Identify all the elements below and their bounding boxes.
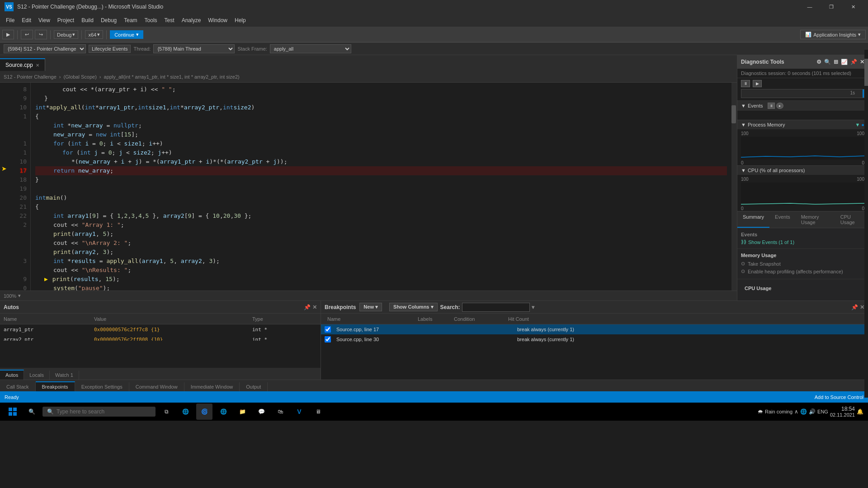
diag-zoom-icon[interactable]: ⊞	[834, 59, 838, 65]
show-events-link[interactable]: ⟫⟫ Show Events (1 of 1)	[741, 239, 864, 245]
pm-dot-icon[interactable]: ●	[861, 122, 864, 127]
tab-close-icon[interactable]: ✕	[36, 63, 39, 68]
diag-tab-summary[interactable]: Summary	[737, 211, 769, 228]
diag-settings-icon[interactable]: ⚙	[816, 59, 821, 65]
stackframe-select[interactable]: apply_all	[270, 44, 351, 53]
autos-pin-icon[interactable]: 📌	[304, 304, 311, 310]
bp-close-icon[interactable]: ✕	[860, 304, 864, 310]
editor-scrollbar[interactable]	[731, 83, 737, 291]
minimize-button[interactable]: —	[799, 0, 820, 14]
taskbar-search-input[interactable]	[57, 408, 138, 415]
toolbar-btn-2[interactable]: ↩	[21, 30, 33, 39]
add-source-control[interactable]: Add to Source Control	[815, 394, 863, 400]
close-button[interactable]: ✕	[843, 0, 863, 14]
session-label: Diagnostics session: 0 seconds (101 ms s…	[741, 70, 851, 76]
diag-tab-events[interactable]: Events	[769, 211, 796, 228]
toolbar-btn-1[interactable]: ▶	[2, 30, 14, 39]
zoom-level[interactable]: 100%	[4, 293, 16, 299]
tab-autos[interactable]: Autos	[0, 370, 24, 380]
editor-tab-source[interactable]: Source.cpp ✕	[0, 58, 45, 71]
bp-search-dropdown[interactable]: ▾	[532, 304, 534, 310]
events-dot-btn[interactable]: ●	[776, 103, 783, 109]
tab-breakpoints[interactable]: Breakpoints	[36, 381, 75, 391]
menu-tools[interactable]: Tools	[141, 15, 161, 25]
taskbar-icon-monitor[interactable]: 🖥	[310, 404, 326, 420]
menu-help[interactable]: Help	[231, 15, 250, 25]
autos-close-icon[interactable]: ✕	[312, 304, 317, 310]
menu-analyze[interactable]: Analyze	[178, 15, 205, 25]
code-content[interactable]: cout << *(array_ptr + i) << " "; } int *…	[31, 83, 731, 291]
diag-pin-icon[interactable]: 📌	[850, 59, 857, 65]
col-header-type: Type	[249, 316, 303, 322]
take-snapshot-btn[interactable]: ⊙ Take Snapshot	[741, 260, 864, 267]
maximize-button[interactable]: ❐	[821, 0, 842, 14]
taskbar-icon-vs[interactable]: V	[291, 404, 307, 420]
tab-exception-settings[interactable]: Exception Settings	[75, 382, 129, 391]
menu-test[interactable]: Test	[161, 15, 178, 25]
application-insights-button[interactable]: 📊 Application Insights ▾	[800, 30, 866, 39]
process-select[interactable]: {5984} S12 - Pointer Challenge	[4, 44, 86, 53]
play-button[interactable]: ▶	[753, 80, 762, 87]
heap-profiling-btn[interactable]: ⊙ Enable heap profiling (affects perform…	[741, 267, 864, 275]
menu-debug[interactable]: Debug	[97, 15, 120, 25]
bp-checkbox-2[interactable]	[325, 336, 331, 343]
continue-button[interactable]: Continue ▾	[110, 30, 143, 39]
taskbar-icon-chrome[interactable]: 🌀	[196, 404, 212, 420]
tray-chevron[interactable]: ∧	[794, 408, 798, 415]
menu-project[interactable]: Project	[54, 15, 78, 25]
taskbar-icon-store[interactable]: 🛍	[272, 404, 288, 420]
bp-title: Breakpoints	[325, 304, 356, 310]
title-text: S12 - Pointer Challenge (Debugg...) - Mi…	[17, 4, 799, 10]
show-columns-button[interactable]: Show Columns ▾	[389, 303, 438, 311]
search-button-taskbar[interactable]: 🔍	[24, 404, 40, 420]
tab-watch1[interactable]: Watch 1	[50, 371, 79, 380]
bp-checkbox-1[interactable]	[325, 326, 331, 333]
toolbar-btn-3[interactable]: ↪	[35, 30, 47, 39]
menu-edit[interactable]: Edit	[18, 15, 35, 25]
autos-table-header: Name Value Type	[0, 314, 321, 324]
cpu-header[interactable]: ▼ CPU (% of all processors)	[737, 166, 868, 175]
debug-config-dropdown[interactable]: Debug ▾	[54, 30, 78, 39]
taskbar-icon-files[interactable]: 📁	[234, 404, 250, 420]
start-button[interactable]	[5, 404, 21, 420]
code-editor: Source.cpp ✕ S12 - Pointer Challenge › (…	[0, 55, 737, 300]
thread-select[interactable]: {5788} Main Thread	[153, 44, 235, 53]
menu-window[interactable]: Window	[204, 15, 231, 25]
zoom-dropdown[interactable]: ▾	[18, 293, 21, 299]
pm-header[interactable]: ▼ Process Memory ▼ ●	[737, 120, 868, 129]
bp-pin-icon[interactable]: 📌	[851, 304, 858, 310]
status-left: Ready	[5, 394, 19, 400]
notifications-icon[interactable]: 🔔	[857, 408, 863, 415]
taskbar-icon-edge2[interactable]: 🌐	[215, 404, 231, 420]
lifecycle-events[interactable]: Lifecycle Events	[89, 45, 131, 53]
events-pause-btn[interactable]: ⏸	[768, 103, 775, 109]
taskbar-icon-whatsapp[interactable]: 💬	[253, 404, 269, 420]
diag-search-icon[interactable]: 🔍	[824, 59, 831, 65]
taskbar-search[interactable]: 🔍	[42, 407, 156, 417]
tab-output[interactable]: Output	[240, 382, 268, 391]
bp-search: Search: ▾	[440, 303, 534, 312]
code-area[interactable]: ➤ 8 9 10 1 1 1 10 17 18 19 20 21 22 2	[0, 83, 737, 291]
diag-tab-memory[interactable]: Memory Usage	[796, 211, 835, 228]
tab-call-stack[interactable]: Call Stack	[0, 382, 36, 391]
menu-view[interactable]: View	[35, 15, 54, 25]
diag-chart-icon[interactable]: 📈	[841, 59, 848, 65]
taskview-button[interactable]: ⧉	[158, 404, 175, 420]
events-header[interactable]: ▼ Events ⏸ ●	[737, 101, 868, 111]
taskbar-icon-edge[interactable]: 🌐	[177, 404, 193, 420]
bp-search-input[interactable]	[462, 303, 530, 312]
tab-command-window[interactable]: Command Window	[129, 382, 184, 391]
new-bp-button[interactable]: New ▾	[359, 303, 382, 311]
menu-build[interactable]: Build	[78, 15, 97, 25]
pause-button[interactable]: ⏸	[741, 80, 750, 87]
menu-file[interactable]: File	[2, 15, 18, 25]
menu-team[interactable]: Team	[120, 15, 141, 25]
tab-locals[interactable]: Locals	[24, 371, 50, 380]
diag-scrollbar[interactable]	[864, 55, 868, 300]
pm-filter-icon[interactable]: ▼	[855, 122, 860, 127]
platform-dropdown[interactable]: x64 ▾	[85, 30, 103, 39]
tab-immediate-window[interactable]: Immediate Window	[184, 382, 240, 391]
network-icon: 🌐	[800, 408, 807, 415]
diag-tab-cpu[interactable]: CPU Usage	[835, 211, 868, 228]
diag-close-icon[interactable]: ✕	[860, 59, 864, 65]
